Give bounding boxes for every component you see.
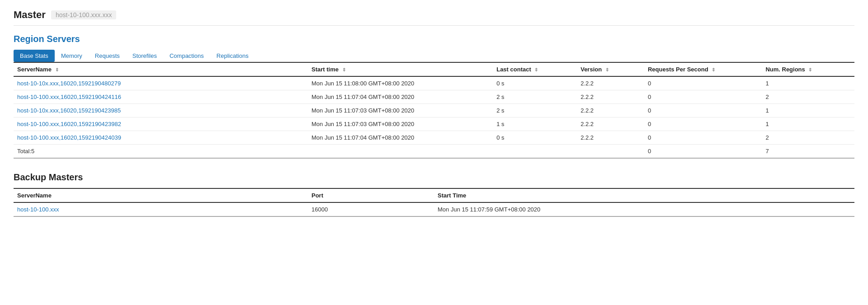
server-name-link[interactable]: host-10-100.xxx,16020,1592190424116 [17,94,121,100]
tab-memory[interactable]: Memory [55,50,89,62]
tab-storefiles[interactable]: Storefiles [126,50,163,62]
cell-last-contact: 0 s [493,131,577,145]
tab-compactions[interactable]: Compactions [163,50,210,62]
backup-cell-port: 16000 [308,202,434,216]
total-start [308,145,493,159]
table-row: host-10-100.xxx,16020,1592190424116 Mon … [14,90,854,104]
server-name-link[interactable]: host-10-100.xxx,16020,1592190424039 [17,134,121,141]
cell-server-name: host-10-100.xxx,16020,1592190424116 [14,90,308,104]
cell-version: 2.2.2 [577,104,644,117]
sort-icon-last: ⇕ [534,67,538,72]
table-row: host-10-10x.xxx,16020,1592190423985 Mon … [14,104,854,117]
server-name-link[interactable]: host-10-10x.xxx,16020,1592190480279 [17,80,121,87]
cell-server-name: host-10-100.xxx,16020,1592190423982 [14,117,308,131]
cell-num-regions: 1 [762,104,854,117]
region-servers-table: ServerName ⇕ Start time ⇕ Last contact ⇕… [14,62,854,159]
cell-version: 2.2.2 [577,76,644,90]
backup-col-start-time: Start Time [434,188,854,202]
total-label: Total:5 [14,145,308,159]
cell-rps: 0 [644,76,762,90]
col-header-num-regions: Num. Regions ⇕ [762,62,854,76]
page-title: Master [14,9,46,21]
cell-version: 2.2.2 [577,131,644,145]
region-servers-title: Region Servers [14,34,854,44]
region-servers-section: Region Servers Base Stats Memory Request… [14,34,854,159]
cell-start-time: Mon Jun 15 11:08:00 GMT+08:00 2020 [308,76,493,90]
backup-col-port: Port [308,188,434,202]
sort-icon-server: ⇕ [55,67,59,72]
total-row: Total:5 0 7 [14,145,854,159]
table-row: host-10-100.xxx,16020,1592190423982 Mon … [14,117,854,131]
sort-icon-regions: ⇕ [808,67,812,72]
region-servers-table-header: ServerName ⇕ Start time ⇕ Last contact ⇕… [14,62,854,76]
cell-version: 2.2.2 [577,90,644,104]
sort-icon-version: ⇕ [605,67,609,72]
cell-start-time: Mon Jun 15 11:07:04 GMT+08:00 2020 [308,90,493,104]
col-header-rps: Requests Per Second ⇕ [644,62,762,76]
cell-rps: 0 [644,90,762,104]
backup-masters-table-header: ServerName Port Start Time [14,188,854,202]
col-header-server-name: ServerName ⇕ [14,62,308,76]
total-last [493,145,577,159]
backup-masters-table: ServerName Port Start Time host-10-100.x… [14,188,854,217]
cell-num-regions: 1 [762,76,854,90]
col-header-version: Version ⇕ [577,62,644,76]
cell-last-contact: 0 s [493,76,577,90]
backup-cell-start-time: Mon Jun 15 11:07:59 GMT+08:00 2020 [434,202,854,216]
host-badge: host-10-100.xxx.xxx [51,10,117,19]
backup-server-name-link[interactable]: host-10-100.xxx [17,206,59,213]
cell-rps: 0 [644,104,762,117]
tab-requests[interactable]: Requests [89,50,126,62]
server-name-link[interactable]: host-10-10x.xxx,16020,1592190423985 [17,107,121,114]
backup-col-server-name: ServerName [14,188,308,202]
cell-num-regions: 2 [762,131,854,145]
table-row: host-10-10x.xxx,16020,1592190480279 Mon … [14,76,854,90]
sort-icon-start: ⇕ [342,67,346,72]
cell-last-contact: 1 s [493,117,577,131]
col-header-last-contact: Last contact ⇕ [493,62,577,76]
total-regions: 7 [762,145,854,159]
cell-server-name: host-10-100.xxx,16020,1592190424039 [14,131,308,145]
cell-rps: 0 [644,131,762,145]
region-servers-tabs: Base Stats Memory Requests Storefiles Co… [14,50,854,62]
backup-cell-server-name: host-10-100.xxx [14,202,308,216]
total-version [577,145,644,159]
cell-version: 2.2.2 [577,117,644,131]
table-row: host-10-100.xxx,16020,1592190424039 Mon … [14,131,854,145]
cell-num-regions: 2 [762,90,854,104]
backup-masters-section: Backup Masters ServerName Port Start Tim… [14,172,854,217]
cell-server-name: host-10-10x.xxx,16020,1592190480279 [14,76,308,90]
cell-start-time: Mon Jun 15 11:07:03 GMT+08:00 2020 [308,117,493,131]
server-name-link[interactable]: host-10-100.xxx,16020,1592190423982 [17,121,121,127]
page-header: Master host-10-100.xxx.xxx [14,9,854,21]
cell-start-time: Mon Jun 15 11:07:04 GMT+08:00 2020 [308,131,493,145]
sort-icon-rps: ⇕ [712,67,715,72]
backup-masters-title: Backup Masters [14,172,854,183]
cell-last-contact: 2 s [493,104,577,117]
table-row: host-10-100.xxx 16000 Mon Jun 15 11:07:5… [14,202,854,216]
total-rps: 0 [644,145,762,159]
header-divider [14,25,854,26]
cell-server-name: host-10-10x.xxx,16020,1592190423985 [14,104,308,117]
cell-start-time: Mon Jun 15 11:07:03 GMT+08:00 2020 [308,104,493,117]
col-header-start-time: Start time ⇕ [308,62,493,76]
cell-num-regions: 1 [762,117,854,131]
tab-base-stats[interactable]: Base Stats [14,50,55,62]
cell-last-contact: 2 s [493,90,577,104]
cell-rps: 0 [644,117,762,131]
tab-replications[interactable]: Replications [210,50,255,62]
